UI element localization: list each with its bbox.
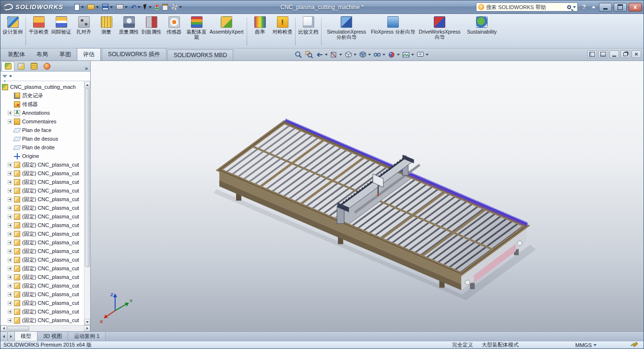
- rebuild-button[interactable]: [154, 2, 160, 12]
- panel-overflow-chevron-icon[interactable]: [85, 65, 88, 71]
- ribbon-tool[interactable]: 孔对齐: [72, 15, 95, 48]
- command-tab[interactable]: SOLIDWORKS MBD: [167, 49, 233, 60]
- ribbon-tool[interactable]: 曲率: [249, 15, 271, 48]
- cnc-plasma-table-model[interactable]: Z Y X: [91, 61, 644, 331]
- ribbon-tool[interactable]: Sustainability: [463, 15, 501, 48]
- zoom-area-button[interactable]: [304, 49, 314, 60]
- hide-show-items-button[interactable]: [372, 49, 386, 60]
- tree-filter-bar[interactable]: [0, 72, 90, 81]
- display-style-caret-icon[interactable]: [368, 54, 371, 56]
- ribbon-tool[interactable]: 测量: [95, 15, 118, 48]
- command-tab[interactable]: 评估: [77, 48, 101, 60]
- close-button[interactable]: [629, 3, 642, 12]
- search-caret-icon[interactable]: [573, 6, 576, 8]
- options-button[interactable]: [170, 2, 183, 12]
- file-properties-button[interactable]: [161, 2, 169, 12]
- tab-configurationmanager[interactable]: [27, 61, 40, 71]
- tree-vertical-scrollbar[interactable]: [84, 82, 90, 325]
- hide-show-caret-icon[interactable]: [382, 54, 385, 56]
- tree-item[interactable]: (固定) CNC_plasma_cut: [8, 307, 83, 316]
- expand-icon[interactable]: [8, 241, 12, 245]
- ribbon-tool[interactable]: 间隙验证: [50, 15, 72, 48]
- ribbon-tool[interactable]: [321, 17, 322, 46]
- ribbon-tool[interactable]: 质量属性: [118, 15, 140, 48]
- tree-item[interactable]: (固定) CNC_plasma_cut: [8, 160, 83, 169]
- filter-caret-icon[interactable]: [9, 75, 12, 77]
- scroll-down-icon[interactable]: [84, 319, 90, 325]
- tab-scroll-left-button[interactable]: [0, 332, 8, 341]
- tree-item[interactable]: (固定) CNC_plasma_cut: [8, 169, 83, 178]
- view-orientation-button[interactable]: [343, 49, 358, 60]
- view-orientation-caret-icon[interactable]: [354, 54, 357, 56]
- expand-icon[interactable]: [8, 318, 12, 323]
- units-selector[interactable]: MMGS: [575, 342, 596, 348]
- command-tab[interactable]: 草图: [54, 48, 77, 60]
- collapse-titlebar-icon[interactable]: [590, 3, 597, 12]
- expand-icon[interactable]: [8, 301, 12, 305]
- tree-item[interactable]: (固定) CNC_plasma_cut: [8, 238, 83, 247]
- maximize-button[interactable]: [614, 3, 627, 12]
- command-tab[interactable]: SOLIDWORKS 插件: [102, 48, 167, 60]
- tree-item[interactable]: Plan de face: [8, 126, 83, 134]
- document-tab[interactable]: 3D 视图: [37, 332, 68, 341]
- section-view-button[interactable]: [329, 49, 343, 60]
- tree-item[interactable]: (固定) CNC_plasma_cut: [8, 281, 83, 290]
- expand-icon[interactable]: [8, 258, 12, 262]
- undo-button[interactable]: [130, 2, 143, 12]
- command-tab[interactable]: 布局: [31, 48, 54, 60]
- doc-minimize-button[interactable]: [609, 50, 619, 58]
- pane-left-toggle-button[interactable]: [587, 50, 597, 58]
- search-icon[interactable]: [567, 5, 571, 9]
- tree-item[interactable]: (固定) CNC_plasma_cut: [8, 229, 83, 238]
- scroll-left-icon[interactable]: [0, 325, 7, 331]
- view-settings-caret-icon[interactable]: [426, 54, 429, 56]
- scroll-up-icon[interactable]: [84, 82, 90, 88]
- tree-item[interactable]: (固定) CNC_plasma_cut: [8, 264, 83, 273]
- tree-item[interactable]: Origine: [8, 152, 83, 160]
- apply-scene-button[interactable]: [401, 49, 415, 60]
- tree-item[interactable]: (固定) CNC_plasma_cut: [8, 186, 83, 195]
- print-caret-icon[interactable]: [125, 6, 128, 8]
- zoom-fit-button[interactable]: [293, 49, 304, 60]
- units-caret-icon[interactable]: [594, 344, 596, 346]
- help-search-input[interactable]: [486, 4, 565, 10]
- tab-featuremanager[interactable]: [1, 61, 14, 71]
- tree-item[interactable]: (固定) CNC_plasma_cut: [8, 273, 83, 281]
- tab-displaymanager[interactable]: [40, 61, 53, 71]
- expand-icon[interactable]: [8, 171, 12, 176]
- new-document-button[interactable]: [73, 2, 85, 12]
- minimize-button[interactable]: [599, 3, 612, 12]
- tree-root-item[interactable]: CNC_plasma_cutting_mach: [2, 83, 83, 91]
- expand-icon[interactable]: [8, 310, 12, 314]
- ribbon-tool[interactable]: 设计算例: [1, 15, 24, 48]
- doc-close-button[interactable]: [632, 50, 641, 58]
- select-caret-icon[interactable]: [149, 6, 152, 8]
- print-button[interactable]: [115, 2, 129, 12]
- tree-item[interactable]: 历史记录: [8, 91, 83, 100]
- graphics-viewport[interactable]: Z Y X: [91, 61, 644, 331]
- tree-item[interactable]: (固定) CNC_plasma_cut: [8, 178, 83, 186]
- expand-icon[interactable]: [8, 189, 12, 193]
- horizontal-scroll-thumb[interactable]: [7, 326, 29, 331]
- tree-item[interactable]: (固定) CNC_plasma_cut: [8, 247, 83, 255]
- scroll-right-icon[interactable]: [84, 325, 90, 331]
- previous-view-caret-icon[interactable]: [325, 54, 328, 56]
- document-tab[interactable]: 模型: [15, 332, 37, 341]
- ribbon-tool[interactable]: 干涉检查: [27, 15, 50, 48]
- vertical-scroll-track[interactable]: [84, 267, 90, 319]
- select-button[interactable]: [143, 2, 153, 12]
- tree-item[interactable]: (固定) CNC_plasma_cut: [8, 212, 83, 221]
- expand-icon[interactable]: [8, 163, 12, 167]
- expand-icon[interactable]: [8, 284, 12, 288]
- tree-item[interactable]: Plan de dessus: [8, 134, 83, 143]
- ribbon-tool[interactable]: [295, 17, 296, 46]
- tree-item[interactable]: Annotations: [8, 108, 83, 117]
- expand-icon[interactable]: [8, 249, 12, 253]
- expand-icon[interactable]: [8, 223, 12, 228]
- new-document-caret-icon[interactable]: [81, 6, 84, 8]
- ribbon-tool[interactable]: [247, 17, 247, 46]
- tree-item[interactable]: (固定) CNC_plasma_cut: [8, 290, 83, 299]
- open-caret-icon[interactable]: [96, 6, 99, 8]
- horizontal-scroll-track[interactable]: [30, 325, 84, 331]
- ribbon-tool[interactable]: FloXpress 分析向导: [370, 15, 416, 48]
